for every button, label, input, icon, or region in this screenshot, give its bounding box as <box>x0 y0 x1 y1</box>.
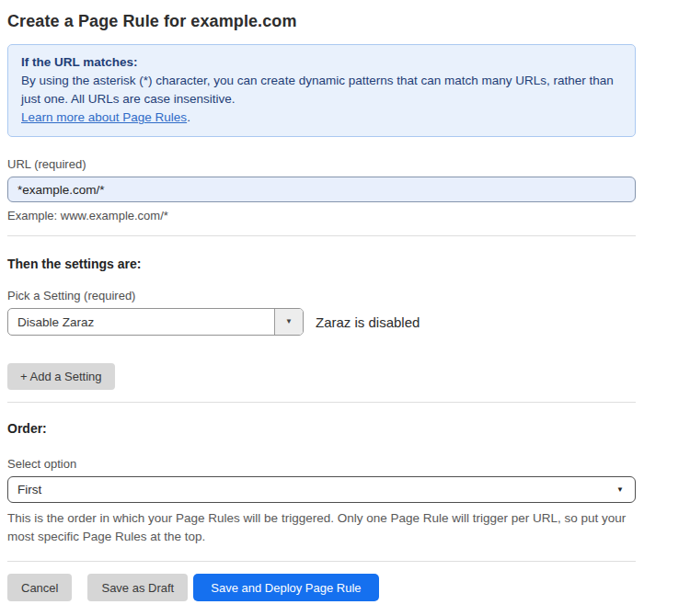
setting-row: Disable Zaraz ▼ Zaraz is disabled <box>7 308 636 336</box>
link-period: . <box>187 110 190 124</box>
setting-select-value: Disable Zaraz <box>8 315 274 329</box>
add-setting-button[interactable]: + Add a Setting <box>7 363 115 390</box>
order-section-heading: Order: <box>7 421 636 437</box>
zaraz-status-text: Zaraz is disabled <box>316 314 420 330</box>
chevron-down-icon[interactable]: ▼ <box>274 309 303 335</box>
url-input[interactable] <box>7 177 636 202</box>
page-title: Create a Page Rule for example.com <box>7 11 636 31</box>
order-select-value: First <box>17 483 41 496</box>
cancel-button[interactable]: Cancel <box>7 574 72 601</box>
info-box-body: By using the asterisk (*) character, you… <box>21 72 622 127</box>
chevron-down-icon: ▼ <box>616 486 624 494</box>
setting-picker-label: Pick a Setting (required) <box>7 289 636 302</box>
order-select[interactable]: First ▼ <box>7 476 636 503</box>
info-box-body-text: By using the asterisk (*) character, you… <box>21 74 614 106</box>
divider <box>7 561 636 562</box>
form-actions: Cancel Save as Draft Save and Deploy Pag… <box>7 574 636 601</box>
info-box-heading: If the URL matches: <box>21 53 622 72</box>
page-rule-form: Create a Page Rule for example.com If th… <box>0 11 636 601</box>
save-draft-button[interactable]: Save as Draft <box>87 574 188 601</box>
save-deploy-button[interactable]: Save and Deploy Page Rule <box>193 574 378 601</box>
url-match-info-box: If the URL matches: By using the asteris… <box>7 44 636 137</box>
divider <box>7 235 636 236</box>
order-help-text: This is the order in which your Page Rul… <box>7 509 636 546</box>
divider <box>7 402 636 403</box>
url-example-text: Example: www.example.com/* <box>7 209 636 222</box>
learn-more-link[interactable]: Learn more about Page Rules <box>21 110 187 124</box>
order-select-label: Select option <box>7 457 636 471</box>
setting-select[interactable]: Disable Zaraz ▼ <box>7 308 304 336</box>
url-field-label: URL (required) <box>7 157 636 171</box>
settings-section-heading: Then the settings are: <box>7 257 636 272</box>
